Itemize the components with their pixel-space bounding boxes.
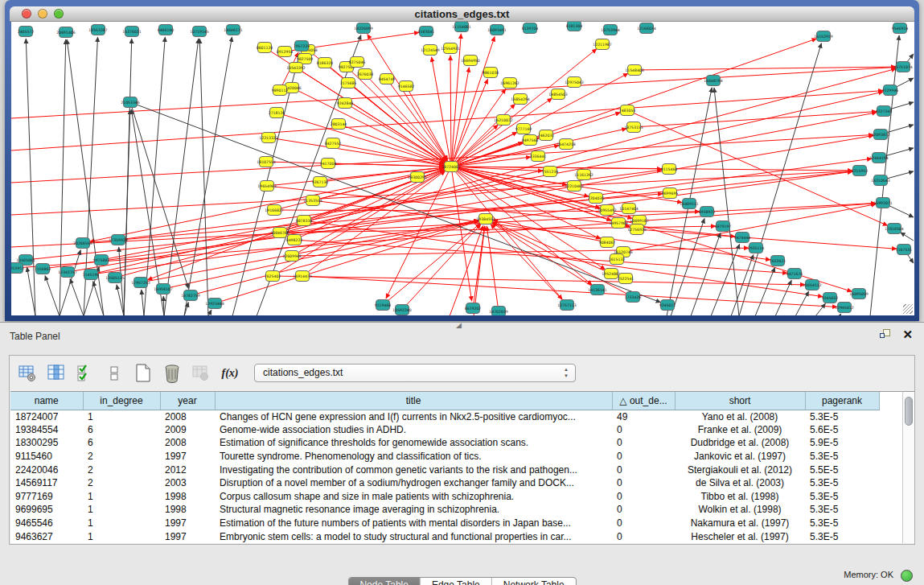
table-row[interactable]: 946554611997Estimation of the future num… xyxy=(10,517,879,530)
show-columns-icon[interactable] xyxy=(47,364,66,383)
network-node[interactable]: 9777169 xyxy=(515,124,532,134)
function-builder-icon[interactable]: f(x) xyxy=(220,364,240,383)
table-row[interactable]: 1938455462009Genome-wide association stu… xyxy=(10,423,879,437)
table-row[interactable]: 1830029562008Estimation of significance … xyxy=(10,436,879,450)
network-node[interactable]: 21053346 xyxy=(121,97,139,108)
network-node[interactable]: 8601128 xyxy=(257,43,273,53)
table-row[interactable]: 977716911998Corpus callosum shape and si… xyxy=(10,490,879,504)
network-node[interactable]: 12975043 xyxy=(565,77,583,88)
network-node[interactable]: 7957224 xyxy=(294,41,310,51)
network-node[interactable]: 12093872 xyxy=(871,130,889,140)
network-node[interactable]: 16409511 xyxy=(680,199,698,209)
network-node[interactable]: 10147404 xyxy=(619,204,638,214)
network-node[interactable]: 11154081 xyxy=(452,22,470,32)
network-node[interactable]: 12609948 xyxy=(282,251,301,262)
network-node[interactable]: 10553287 xyxy=(88,25,107,35)
network-node[interactable]: 9084067 xyxy=(599,237,616,248)
network-node[interactable]: 8498222 xyxy=(286,235,303,245)
column-header-pagerank[interactable]: pagerank xyxy=(805,392,879,410)
network-node[interactable]: 9115460 xyxy=(661,164,678,175)
network-node[interactable]: 8275046 xyxy=(349,57,366,68)
network-node[interactable]: 16958107 xyxy=(154,284,172,295)
network-node[interactable]: 12342757 xyxy=(58,267,76,278)
network-node[interactable]: 11161262 xyxy=(574,170,593,180)
network-node[interactable]: 8466160 xyxy=(158,25,175,35)
table-row[interactable]: 911546021997Tourette syndrome. Phenomeno… xyxy=(10,450,879,463)
network-node[interactable]: 15854294 xyxy=(511,94,529,105)
delete-attributes-icon[interactable] xyxy=(162,364,182,383)
network-node[interactable]: 16210643 xyxy=(871,175,889,186)
network-node[interactable]: 8912954 xyxy=(277,47,294,57)
network-node[interactable]: 11548408 xyxy=(625,65,643,76)
network-node[interactable]: 8878334 xyxy=(296,216,313,226)
network-node[interactable]: 12923448 xyxy=(205,299,224,309)
network-node[interactable]: 16914479 xyxy=(293,271,311,282)
network-node[interactable]: 6879197 xyxy=(715,221,732,232)
network-node[interactable]: 17359928 xyxy=(109,235,127,245)
network-node[interactable]: 9474444 xyxy=(734,233,751,243)
table-vertical-scrollbar[interactable] xyxy=(902,391,914,543)
network-node[interactable]: 16694950 xyxy=(461,56,479,66)
column-header-short[interactable]: short xyxy=(675,392,805,410)
row-height-icon[interactable] xyxy=(105,364,124,383)
network-node[interactable]: 9245652 xyxy=(822,293,839,303)
network-node[interactable]: 9699695 xyxy=(662,188,679,199)
network-node[interactable]: 14957968 xyxy=(609,218,627,229)
network-node[interactable]: 9267130 xyxy=(312,177,329,187)
network-node[interactable]: 9546914 xyxy=(892,23,909,34)
network-node[interactable]: 16210072 xyxy=(494,115,512,126)
network-node[interactable]: 9861038 xyxy=(483,68,499,78)
network-node[interactable]: 9227343 xyxy=(876,106,893,117)
network-node[interactable]: 14646171 xyxy=(224,25,242,35)
column-header-out_de[interactable]: △ out_de... xyxy=(612,392,675,410)
network-node[interactable]: 19166827 xyxy=(265,205,283,216)
network-node[interactable]: 7204036 xyxy=(588,193,605,204)
network-node[interactable]: 3915911 xyxy=(11,263,24,274)
memory-status-indicator[interactable] xyxy=(901,570,913,582)
network-node[interactable]: 7551234 xyxy=(542,167,559,177)
network-node[interactable]: 16095059 xyxy=(849,289,868,299)
network-node[interactable]: 19384554 xyxy=(476,214,495,225)
network-node[interactable]: 18226099 xyxy=(354,23,372,34)
table-select-combo[interactable]: citations_edges.txt ▲▼ xyxy=(254,364,576,382)
network-node[interactable]: 12945012 xyxy=(835,303,853,313)
network-node[interactable]: 1733426 xyxy=(625,292,642,303)
network-node[interactable]: 2336441 xyxy=(530,151,547,162)
network-node[interactable]: 18107554 xyxy=(257,157,275,167)
network-node[interactable]: 16093491 xyxy=(487,25,506,35)
close-panel-icon[interactable]: ✕ xyxy=(902,329,913,340)
network-window-titlebar[interactable]: citations_edges.txt xyxy=(10,6,914,22)
column-header-name[interactable]: name xyxy=(10,392,83,410)
network-node[interactable]: 12756928 xyxy=(627,225,646,235)
network-node[interactable]: 12211987 xyxy=(593,39,611,50)
network-node[interactable]: 15276021 xyxy=(122,27,141,37)
network-node[interactable]: 9242848 xyxy=(337,98,354,109)
select-all-columns-icon[interactable] xyxy=(76,364,95,383)
table-row[interactable]: 946362711997Embryonic stem cells: a mode… xyxy=(10,529,879,543)
network-node[interactable]: 8938923 xyxy=(699,207,716,217)
network-node[interactable]: 12213323 xyxy=(259,133,277,143)
network-node[interactable]: 15992071 xyxy=(873,198,892,208)
network-node[interactable]: 9890112 xyxy=(272,85,289,96)
network-node[interactable]: 1145194 xyxy=(83,270,100,280)
table-row[interactable]: 1456911722003Disruption of a novel membe… xyxy=(10,476,879,490)
network-node[interactable]: 14854503 xyxy=(548,89,567,100)
network-node[interactable]: 12757113 xyxy=(557,300,576,311)
network-node[interactable]: 12124549 xyxy=(421,45,439,56)
network-node[interactable]: 12444194 xyxy=(869,153,888,163)
network-canvas[interactable]: 1872400786011288912954182260589827509105… xyxy=(11,22,914,315)
network-node[interactable]: 1156863 xyxy=(35,264,51,274)
network-node[interactable]: 17016504 xyxy=(885,224,903,234)
new-table-icon[interactable] xyxy=(133,364,153,383)
column-header-title[interactable]: title xyxy=(215,392,612,410)
network-node[interactable]: 18753155 xyxy=(624,122,643,133)
network-node[interactable]: 7625402 xyxy=(265,271,281,282)
network-node[interactable]: 9119468 xyxy=(375,300,392,311)
network-node[interactable]: 7483053 xyxy=(619,105,636,116)
network-node[interactable]: 2405572 xyxy=(18,27,35,37)
network-node[interactable]: 10753944 xyxy=(601,25,619,35)
network-node[interactable]: 3215953 xyxy=(852,166,869,176)
network-node[interactable]: 8679207 xyxy=(465,303,482,314)
network-node[interactable]: 12166034 xyxy=(637,23,655,34)
network-node[interactable]: 7462031 xyxy=(538,130,555,141)
